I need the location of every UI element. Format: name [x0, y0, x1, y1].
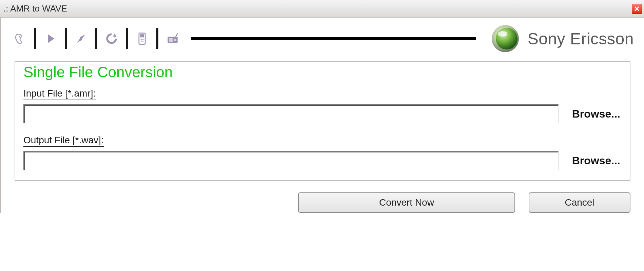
- input-file-row: Browse...: [23, 104, 620, 123]
- ear-icon[interactable]: [11, 30, 29, 47]
- output-file-label: Output File [*.wav]:: [23, 135, 104, 147]
- sony-ericsson-logo-icon: [491, 24, 520, 53]
- input-file-field[interactable]: [23, 104, 559, 123]
- bolt-icon[interactable]: [72, 30, 90, 47]
- toolbar-divider: [65, 28, 67, 49]
- output-browse-button[interactable]: Browse...: [572, 154, 620, 167]
- brand: Sony Ericsson: [491, 24, 634, 53]
- svg-point-12: [498, 31, 507, 37]
- action-buttons: Convert Now Cancel: [1, 182, 644, 213]
- app-window: .: AMR to WAVE: [0, 0, 644, 271]
- svg-point-2: [140, 39, 142, 40]
- svg-rect-1: [140, 34, 144, 37]
- output-file-row: Browse...: [23, 151, 620, 170]
- window-title: .: AMR to WAVE: [3, 3, 67, 14]
- toolbar-divider: [95, 28, 97, 49]
- radio-icon[interactable]: [164, 30, 181, 47]
- svg-point-4: [140, 41, 142, 42]
- toolbar-divider: [126, 28, 128, 49]
- svg-point-9: [174, 39, 176, 41]
- toolbar-divider: [156, 28, 158, 49]
- input-file-label: Input File [*.amr]:: [23, 88, 96, 100]
- close-button[interactable]: [632, 4, 642, 14]
- brand-name: Sony Ericsson: [528, 29, 634, 48]
- toolbar-separator-bar: [191, 37, 476, 40]
- svg-point-5: [142, 41, 144, 42]
- svg-point-11: [496, 28, 518, 49]
- convert-button[interactable]: Convert Now: [298, 192, 515, 213]
- svg-point-3: [142, 39, 144, 40]
- panel-title: Single File Conversion: [23, 64, 620, 81]
- cancel-button[interactable]: Cancel: [529, 192, 630, 213]
- svg-line-7: [176, 33, 178, 37]
- phone-icon[interactable]: [133, 30, 151, 47]
- toolbar-divider: [34, 28, 36, 49]
- close-icon: [634, 6, 640, 12]
- play-icon[interactable]: [42, 30, 59, 47]
- client-area: Sony Ericsson Single File Conversion Inp…: [0, 18, 644, 213]
- output-file-field[interactable]: [23, 151, 559, 170]
- toolbar: Sony Ericsson: [1, 18, 644, 61]
- titlebar: .: AMR to WAVE: [0, 0, 644, 18]
- refresh-icon[interactable]: [103, 30, 120, 47]
- input-browse-button[interactable]: Browse...: [572, 108, 620, 120]
- svg-rect-8: [169, 38, 173, 42]
- conversion-panel: Single File Conversion Input File [*.amr…: [15, 61, 630, 181]
